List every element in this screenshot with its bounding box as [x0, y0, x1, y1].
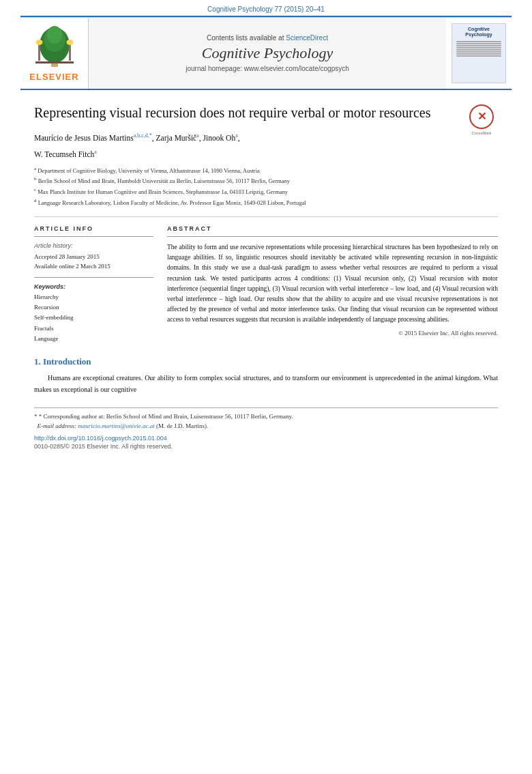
thumb-title-line2: Psychology — [465, 32, 492, 38]
affil-c-text: Max Planck Institute for Human Cognitive… — [38, 188, 288, 195]
elsevier-tree-icon — [30, 25, 79, 69]
thumb-title-line1: Cognitive — [468, 27, 490, 32]
introduction-heading: 1. Introduction — [34, 356, 498, 367]
keyword-selfembedding: Self-embedding — [34, 313, 153, 323]
affil-b-text: Berlin School of Mind and Brain, Humbold… — [38, 177, 290, 184]
journal-header-middle: Contents lists available at ScienceDirec… — [89, 18, 446, 89]
author-line2-sup: a — [94, 149, 97, 156]
footnote-text: * Corresponding author at: Berlin School… — [39, 413, 293, 420]
contents-label: Contents lists available at — [207, 34, 284, 42]
article-title-text: Representing visual recursion does not r… — [34, 105, 430, 120]
affil-a-sup: a — [34, 166, 36, 171]
svg-rect-4 — [38, 44, 40, 61]
footnote-star: * * Corresponding author at: Berlin Scho… — [34, 412, 498, 422]
author-rest3: , — [238, 134, 240, 142]
author-line2: W. Tecumseh Fitch — [34, 150, 94, 158]
homepage-line: journal homepage: www.elsevier.com/locat… — [186, 65, 349, 72]
keyword-language: Language — [34, 334, 153, 344]
issn-line: 0010-0285/© 2015 Elsevier Inc. All right… — [34, 443, 498, 450]
svg-point-3 — [47, 26, 62, 44]
article-info-column: Article Info Article history: Accepted 2… — [34, 225, 153, 344]
keyword-hierarchy: Hierarchy — [34, 292, 153, 302]
info-abstract-columns: Article Info Article history: Accepted 2… — [34, 225, 498, 344]
author-rest2: , Jinook Oh — [199, 134, 235, 142]
crossmark-circle: ✕ — [469, 104, 494, 129]
thumb-lines — [455, 40, 503, 58]
footnote-email-link[interactable]: mauricio.martins@univie.ac.at — [78, 422, 155, 429]
intro-section-number: 1. — [34, 356, 41, 367]
authors-line: Maurício de Jesus Dias Martinsa,b,c,d,*,… — [34, 132, 498, 144]
crossmark-label: CrossMark — [471, 130, 491, 136]
abstract-divider — [167, 236, 498, 237]
affil-a-text: Department of Cognitive Biology, Univers… — [38, 167, 260, 174]
footnote-email-suffix: (M. de J.D. Martins). — [156, 422, 208, 429]
keyword-recursion: Recursion — [34, 302, 153, 313]
affil-c-sup: c — [34, 187, 36, 192]
article-info-divider — [34, 236, 153, 237]
article-info-heading: Article Info — [34, 225, 153, 232]
crossmark-icon: ✕ — [477, 109, 486, 124]
author-main: Maurício de Jesus Dias Martins — [34, 134, 134, 142]
article-history-label: Article history: — [34, 242, 153, 249]
journal-title: Cognitive Psychology — [202, 44, 333, 62]
intro-section-title: Introduction — [43, 356, 91, 367]
svg-point-7 — [66, 40, 73, 45]
author-main-sup: a,b,c,d,* — [134, 132, 152, 139]
article-available: Available online 2 March 2015 — [34, 261, 153, 271]
contents-available-line: Contents lists available at ScienceDirec… — [207, 34, 328, 42]
doi-line[interactable]: http://dx.doi.org/10.1016/j.cogpsych.201… — [34, 435, 498, 442]
footnote-section: * * Corresponding author at: Berlin Scho… — [34, 407, 498, 450]
journal-reference: Cognitive Psychology 77 (2015) 20–41 — [0, 0, 532, 16]
article-accepted: Accepted 28 January 2015 — [34, 252, 153, 261]
journal-header: ELSEVIER Contents lists available at Sci… — [20, 18, 512, 90]
footnote-email-line: E-mail address: mauricio.martins@univie.… — [34, 422, 498, 431]
introduction-text: Humans are exceptional creatures. Our ab… — [34, 373, 498, 395]
footnote-email-label: E-mail address: — [38, 422, 76, 429]
affil-d-text: Language Research Laboratory, Lisbon Fac… — [38, 199, 306, 205]
sciencedirect-link[interactable]: ScienceDirect — [286, 34, 328, 42]
affil-d: d Language Research Laboratory, Lisbon F… — [34, 197, 498, 207]
affil-a: a Department of Cognitive Biology, Unive… — [34, 165, 498, 175]
affil-d-sup: d — [34, 198, 37, 203]
keywords-label: Keywords: — [34, 283, 153, 290]
affil-b: b Berlin School of Mind and Brain, Humbo… — [34, 175, 498, 186]
copyright-line: © 2015 Elsevier Inc. All rights reserved… — [167, 330, 498, 336]
section-divider — [34, 216, 498, 217]
journal-thumbnail: Cognitive Psychology — [452, 23, 506, 83]
elsevier-logo: ELSEVIER — [20, 18, 89, 89]
authors-line2: W. Tecumseh Fitcha — [34, 148, 498, 160]
author-rest: , Zarja Muršič — [152, 134, 196, 142]
abstract-column: Abstract The ability to form and use rec… — [167, 225, 498, 344]
abstract-text: The ability to form and use recursive re… — [167, 242, 498, 326]
affil-c: c Max Planck Institute for Human Cogniti… — [34, 186, 498, 197]
abstract-heading: Abstract — [167, 225, 498, 232]
keywords-divider — [34, 277, 153, 278]
elsevier-wordmark: ELSEVIER — [29, 72, 78, 82]
article-body: Representing visual recursion does not r… — [0, 90, 532, 463]
crossmark-badge[interactable]: ✕ CrossMark — [465, 104, 498, 137]
svg-rect-8 — [35, 61, 74, 63]
svg-point-5 — [35, 40, 42, 45]
affil-b-sup: b — [34, 176, 37, 182]
article-title: Representing visual recursion does not r… — [34, 104, 498, 122]
svg-rect-6 — [69, 44, 71, 61]
affiliations: a Department of Cognitive Biology, Unive… — [34, 165, 498, 207]
keyword-fractals: Fractals — [34, 324, 153, 334]
